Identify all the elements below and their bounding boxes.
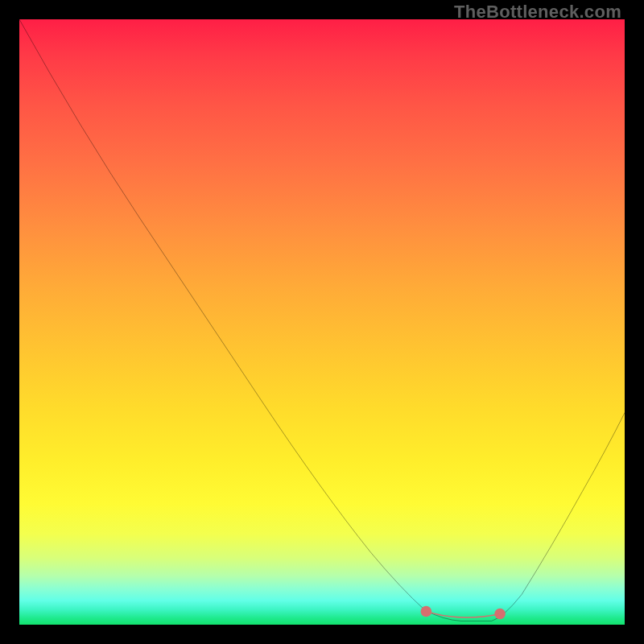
plot-area <box>19 19 625 625</box>
optimal-range-bar <box>426 611 500 617</box>
bottleneck-curve <box>19 19 625 621</box>
chart-frame: TheBottleneck.com <box>0 0 644 644</box>
curve-layer <box>19 19 625 625</box>
